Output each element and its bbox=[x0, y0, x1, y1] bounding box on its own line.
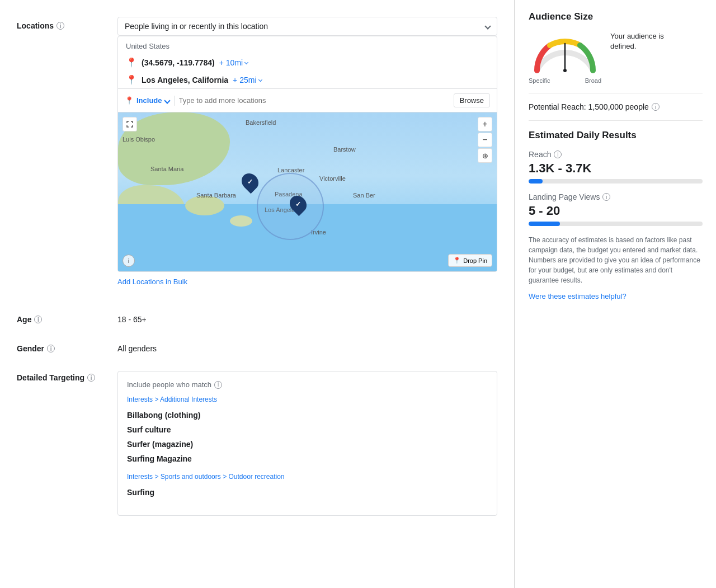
expand-icon bbox=[126, 121, 133, 128]
interest-item-surfermagazine: Surfer (magazine) bbox=[127, 437, 488, 451]
map-label-barstow: Barstow bbox=[333, 146, 356, 153]
location-entry-1: 📍 (34.5679, -119.7784) + 10mi bbox=[118, 54, 497, 71]
interest-item-surfculture: Surf culture bbox=[127, 422, 488, 437]
reach-value: 1.3K - 3.7K bbox=[529, 161, 703, 176]
sidebar-divider-2 bbox=[529, 120, 703, 121]
detailed-targeting-label: Detailed Targeting i bbox=[17, 369, 117, 382]
map-zoom-in-button[interactable]: + bbox=[478, 117, 492, 131]
interest-group-1: Interests > Additional Interests Billabo… bbox=[127, 396, 488, 466]
detailed-targeting-box: Include people who match i Interests > A… bbox=[117, 371, 497, 516]
helpful-link[interactable]: Were these estimates helpful? bbox=[529, 292, 703, 300]
gender-label: Gender i bbox=[17, 340, 117, 353]
gender-section: Gender i All genders bbox=[17, 334, 497, 353]
age-text: Age bbox=[17, 315, 31, 324]
map-label-victorville: Victorville bbox=[319, 175, 346, 182]
location-radius-2[interactable]: + 25mi bbox=[233, 76, 261, 84]
drop-pin-label: Drop Pin bbox=[463, 257, 487, 264]
interests-link-2c[interactable]: Outdoor recreation bbox=[228, 473, 284, 481]
reach-info-icon[interactable]: i bbox=[554, 150, 562, 158]
interests-link-2b[interactable]: Sports and outdoors bbox=[161, 473, 221, 481]
age-info-icon[interactable]: i bbox=[34, 316, 42, 323]
potential-reach: Potential Reach: 1,500,000 people i bbox=[529, 102, 703, 111]
add-locations-bulk-link[interactable]: Add Locations in Bulk bbox=[117, 277, 187, 286]
gauge-broad-label: Broad bbox=[585, 77, 601, 84]
interest-path-2: Interests > Sports and outdoors > Outdoo… bbox=[127, 473, 488, 481]
include-button[interactable]: 📍 Include bbox=[125, 96, 169, 105]
map-label-bakersfield: Bakersfield bbox=[246, 119, 276, 126]
include-chevron-icon bbox=[164, 97, 170, 104]
landing-page-label-row: Landing Page Views i bbox=[529, 192, 703, 201]
reach-label-row: Reach i bbox=[529, 150, 703, 159]
locations-content: People living in or recently in this loc… bbox=[117, 17, 497, 295]
map-zoom-out-button[interactable]: − bbox=[478, 133, 492, 147]
locations-box: United States 📍 (34.5679, -119.7784) + 1… bbox=[117, 36, 497, 272]
radius-chevron-1 bbox=[244, 60, 248, 64]
sidebar-divider-1 bbox=[529, 93, 703, 93]
reach-progress-track bbox=[529, 179, 703, 184]
gauge-svg bbox=[529, 31, 601, 73]
landing-page-info-icon[interactable]: i bbox=[602, 193, 610, 201]
pin-icon-2: 📍 bbox=[126, 74, 137, 85]
gauge-specific-label: Specific bbox=[529, 77, 550, 84]
map-label-luisobispo: Luis Obispo bbox=[123, 136, 155, 143]
interest-group-2: Interests > Sports and outdoors > Outdoo… bbox=[127, 473, 488, 500]
location-country: United States bbox=[118, 36, 497, 54]
location-type-value: People living in or recently in this loc… bbox=[125, 22, 268, 31]
island2 bbox=[230, 215, 252, 227]
gauge-wrap: Specific Broad bbox=[529, 31, 601, 84]
estimated-daily-title: Estimated Daily Results bbox=[529, 130, 703, 141]
include-match-info-icon[interactable]: i bbox=[214, 381, 222, 389]
map-expand-button[interactable] bbox=[123, 117, 137, 131]
drop-pin-button[interactable]: 📍 Drop Pin bbox=[448, 254, 492, 267]
divider bbox=[174, 96, 175, 106]
landing-progress-track bbox=[529, 222, 703, 226]
browse-button[interactable]: Browse bbox=[454, 93, 490, 107]
svg-point-1 bbox=[563, 69, 567, 72]
map-pin-2 bbox=[290, 195, 306, 213]
location-radius-1[interactable]: + 10mi bbox=[219, 58, 248, 67]
gender-text: Gender bbox=[17, 344, 44, 353]
include-match-label: Include people who match i bbox=[127, 380, 488, 389]
reach-label: Reach bbox=[529, 150, 551, 159]
locations-section: Locations i People living in or recently… bbox=[17, 11, 497, 295]
location-type-dropdown[interactable]: People living in or recently in this loc… bbox=[117, 17, 497, 36]
map-info-button[interactable]: i bbox=[123, 255, 135, 267]
gauge-container: Specific Broad Your audience is defined. bbox=[529, 31, 703, 84]
age-content: 18 - 65+ bbox=[117, 311, 497, 324]
interests-link-1b[interactable]: Additional Interests bbox=[160, 396, 217, 403]
audience-defined-text: Your audience is defined. bbox=[610, 31, 689, 51]
interests-link-1a[interactable]: Interests bbox=[127, 396, 153, 403]
map-container: Luis Obispo Bakersfield Santa Maria Lanc… bbox=[118, 112, 497, 271]
gender-content: All genders bbox=[117, 340, 497, 353]
landing-progress-fill bbox=[529, 222, 560, 226]
drop-pin-icon: 📍 bbox=[453, 257, 461, 264]
landing-page-value: 5 - 20 bbox=[529, 204, 703, 218]
detailed-targeting-text: Detailed Targeting bbox=[17, 373, 84, 382]
landing-page-label: Landing Page Views bbox=[529, 192, 600, 201]
gauge-labels: Specific Broad bbox=[529, 77, 601, 84]
interests-link-2a[interactable]: Interests bbox=[127, 473, 153, 481]
island1 bbox=[185, 196, 224, 215]
audience-size-section: Audience Size bbox=[529, 11, 703, 111]
interest-item-billabong: Billabong (clothing) bbox=[127, 408, 488, 422]
detailed-targeting-content: Include people who match i Interests > A… bbox=[117, 369, 497, 516]
potential-reach-info-icon[interactable]: i bbox=[652, 103, 660, 111]
map-background: Luis Obispo Bakersfield Santa Maria Lanc… bbox=[118, 112, 497, 271]
include-label: Include bbox=[136, 96, 162, 105]
gender-value: All genders bbox=[117, 340, 497, 353]
locations-label: Locations i bbox=[17, 17, 117, 30]
location-label-1: (34.5679, -119.7784) bbox=[142, 58, 215, 67]
accuracy-note: The accuracy of estimates is based on fa… bbox=[529, 235, 703, 285]
interest-item-surfing: Surfing bbox=[127, 485, 488, 500]
detailed-targeting-section: Detailed Targeting i Include people who … bbox=[17, 363, 497, 516]
gender-info-icon[interactable]: i bbox=[47, 345, 55, 352]
locations-info-icon[interactable]: i bbox=[56, 22, 64, 30]
age-value: 18 - 65+ bbox=[117, 311, 497, 324]
interest-path-1: Interests > Additional Interests bbox=[127, 396, 488, 403]
detailed-targeting-info-icon[interactable]: i bbox=[87, 374, 95, 382]
location-type-chevron-icon bbox=[484, 23, 491, 29]
audience-size-title: Audience Size bbox=[529, 11, 703, 22]
potential-reach-label: Potential Reach: 1,500,000 people bbox=[529, 102, 649, 111]
map-locate-button[interactable]: ⊕ bbox=[478, 148, 492, 163]
search-locations-input[interactable] bbox=[179, 96, 449, 105]
